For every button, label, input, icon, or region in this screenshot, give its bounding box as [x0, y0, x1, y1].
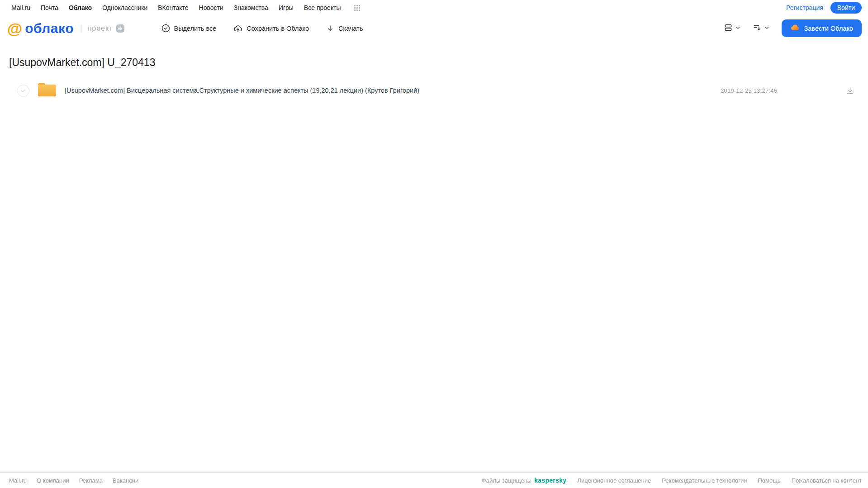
portal-link-vkontakte[interactable]: ВКонтакте [158, 4, 188, 11]
file-download-icon[interactable] [846, 86, 854, 95]
footer-link-about[interactable]: О компании [37, 477, 69, 484]
footer-left-links: Mail.ru О компании Реклама Вакансии [9, 477, 138, 484]
footer-link-license[interactable]: Лицензионное соглашение [577, 477, 651, 484]
logo-at-icon: @ [7, 21, 22, 36]
register-link[interactable]: Регистрация [786, 4, 823, 11]
view-mode-dropdown[interactable] [724, 23, 741, 34]
file-name-link[interactable]: [UsupovMarket.com] Висцеральная система.… [65, 87, 721, 94]
login-button[interactable]: Войти [830, 2, 862, 14]
file-modified-date: 2019-12-25 13:27:46 [721, 87, 777, 94]
chevron-down-icon [735, 24, 741, 33]
download-button[interactable]: Скачать [326, 24, 363, 33]
folder-icon [37, 81, 57, 100]
download-arrow-icon [326, 24, 334, 33]
portal-link-igry[interactable]: Игры [279, 4, 294, 11]
cloud-upload-icon [233, 24, 242, 33]
logo-wordmark: облако [25, 22, 74, 35]
sort-dropdown[interactable] [753, 23, 770, 34]
portal-link-odnoklassniki[interactable]: Одноклассники [102, 4, 147, 11]
kaspersky-logo[interactable]: kaspersky [534, 477, 566, 484]
sort-icon [753, 23, 762, 34]
file-checkbox[interactable] [17, 85, 29, 97]
apps-grid-icon[interactable] [354, 5, 360, 11]
download-label: Скачать [338, 25, 363, 32]
save-to-cloud-label: Сохранить в Облако [247, 25, 309, 32]
vk-badge-icon: vk [116, 24, 124, 33]
kaspersky-protected: Файлы защищены kaspersky [482, 477, 567, 484]
select-all-button[interactable]: Выделить все [161, 24, 217, 33]
cloud-icon [790, 23, 800, 34]
footer-link-report[interactable]: Пожаловаться на контент [792, 477, 862, 484]
file-row[interactable]: [UsupovMarket.com] Висцеральная система.… [0, 81, 868, 100]
chevron-down-icon [764, 24, 770, 33]
page-footer: Mail.ru О компании Реклама Вакансии Файл… [0, 472, 868, 488]
list-view-icon [724, 23, 733, 34]
file-toolbar: Выделить все Сохранить в Облако [161, 24, 363, 33]
cloud-logo[interactable]: @ облако | проект vk [7, 21, 124, 36]
footer-link-recommendations[interactable]: Рекомендательные технологии [662, 477, 747, 484]
file-list: [UsupovMarket.com] Висцеральная система.… [0, 81, 868, 100]
portal-links: Mail.ru Почта Облако Одноклассники ВКонт… [11, 4, 360, 11]
page-title: [UsupovMarket.com] U_270413 [9, 57, 868, 69]
portal-link-mailru[interactable]: Mail.ru [11, 4, 30, 11]
protected-label: Файлы защищены [482, 477, 531, 484]
logo-divider: | [80, 24, 82, 33]
portal-auth: Регистрация Войти [786, 2, 862, 14]
footer-link-help[interactable]: Помощь [758, 477, 780, 484]
check-circle-icon [161, 24, 170, 33]
project-label: проект [88, 24, 113, 33]
app-header: @ облако | проект vk Выделить все [0, 15, 868, 41]
portal-link-all-projects[interactable]: Все проекты [304, 4, 341, 11]
select-all-label: Выделить все [174, 25, 217, 32]
footer-right-links: Файлы защищены kaspersky Лицензионное со… [482, 477, 862, 484]
footer-link-ads[interactable]: Реклама [79, 477, 103, 484]
get-cloud-button[interactable]: Завести Облако [782, 19, 862, 37]
cloud-public-page: Mail.ru Почта Облако Одноклассники ВКонт… [0, 0, 868, 488]
footer-link-jobs[interactable]: Вакансии [113, 477, 138, 484]
portal-topbar: Mail.ru Почта Облако Одноклассники ВКонт… [0, 0, 868, 15]
portal-link-novosti[interactable]: Новости [199, 4, 223, 11]
footer-link-mailru[interactable]: Mail.ru [9, 477, 27, 484]
portal-link-pochta[interactable]: Почта [41, 4, 58, 11]
get-cloud-label: Завести Облако [804, 25, 853, 32]
portal-link-oblako[interactable]: Облако [69, 4, 92, 11]
header-controls: Завести Облако [724, 19, 862, 37]
save-to-cloud-button[interactable]: Сохранить в Облако [233, 24, 309, 33]
portal-link-znakomstva[interactable]: Знакомства [234, 4, 268, 11]
